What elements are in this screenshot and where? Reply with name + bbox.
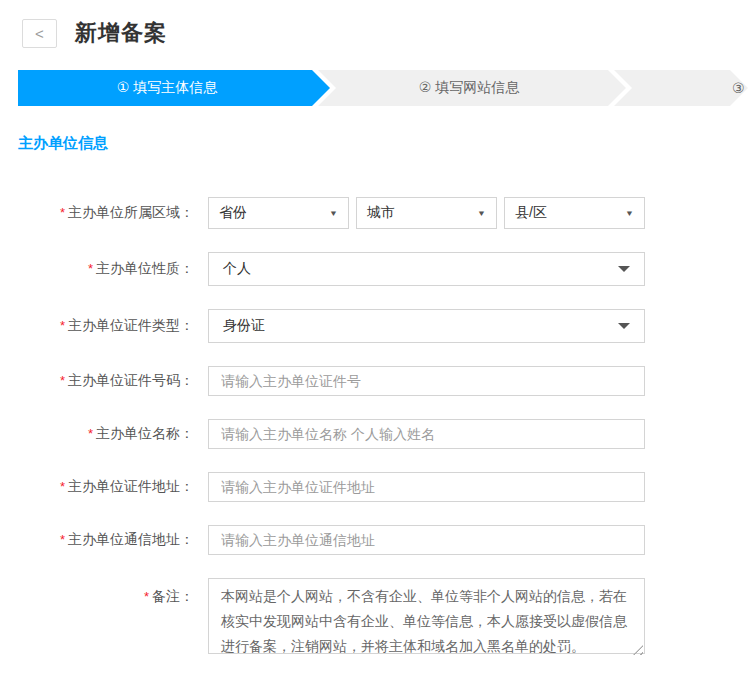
organizer-nature-value: 个人 bbox=[223, 260, 251, 278]
organizer-nature-select[interactable]: 个人 bbox=[208, 252, 645, 286]
step-2-label: ② 填写网站信息 bbox=[419, 79, 519, 97]
form-row-region: *主办单位所属区域： 省份 ▼ 城市 ▼ 县/区 ▼ bbox=[0, 197, 748, 229]
organizer-info-form: *主办单位所属区域： 省份 ▼ 城市 ▼ 县/区 ▼ *主办单位性质： 个人 bbox=[0, 197, 748, 658]
step-progress-bar: ① 填写主体信息 ② 填写网站信息 ③ bbox=[18, 70, 748, 106]
required-asterisk: * bbox=[88, 426, 93, 441]
step-3-partial: ③ bbox=[614, 70, 748, 106]
organizer-name-input[interactable] bbox=[208, 419, 645, 449]
required-asterisk: * bbox=[60, 318, 65, 333]
caret-down-icon bbox=[618, 323, 630, 329]
caret-down-icon bbox=[618, 266, 630, 272]
comm-address-input[interactable] bbox=[208, 525, 645, 555]
form-row-remarks: *备注： 本网站是个人网站，不含有企业、单位等非个人网站的信息，若在核实中发现网… bbox=[0, 578, 748, 658]
cert-address-label: *主办单位证件地址： bbox=[0, 478, 208, 496]
required-asterisk: * bbox=[88, 261, 93, 276]
required-asterisk: * bbox=[60, 532, 65, 547]
organizer-nature-label: *主办单位性质： bbox=[0, 260, 208, 278]
back-button[interactable]: < bbox=[22, 19, 57, 48]
district-select[interactable]: 县/区 ▼ bbox=[504, 197, 645, 229]
form-row-comm-address: *主办单位通信地址： bbox=[0, 525, 748, 555]
section-title-organizer-info: 主办单位信息 bbox=[18, 134, 748, 153]
step-1-label: ① 填写主体信息 bbox=[117, 79, 217, 97]
region-label: *主办单位所属区域： bbox=[0, 204, 208, 222]
form-row-cert-type: *主办单位证件类型： 身份证 bbox=[0, 309, 748, 343]
region-selects: 省份 ▼ 城市 ▼ 县/区 ▼ bbox=[208, 197, 645, 229]
city-select-value: 城市 bbox=[367, 204, 395, 222]
cert-address-input[interactable] bbox=[208, 472, 645, 502]
comm-address-label: *主办单位通信地址： bbox=[0, 531, 208, 549]
form-row-organizer-nature: *主办单位性质： 个人 bbox=[0, 252, 748, 286]
province-select[interactable]: 省份 ▼ bbox=[208, 197, 349, 229]
cert-type-label: *主办单位证件类型： bbox=[0, 317, 208, 335]
remarks-label: *备注： bbox=[0, 578, 208, 606]
step-2-fill-website-info: ② 填写网站信息 bbox=[318, 70, 626, 106]
required-asterisk: * bbox=[60, 373, 65, 388]
step-3-label: ③ bbox=[732, 80, 745, 96]
dropdown-arrow-icon: ▼ bbox=[625, 209, 634, 218]
city-select[interactable]: 城市 ▼ bbox=[356, 197, 497, 229]
required-asterisk: * bbox=[144, 589, 149, 604]
form-row-cert-address: *主办单位证件地址： bbox=[0, 472, 748, 502]
required-asterisk: * bbox=[60, 205, 65, 220]
dropdown-arrow-icon: ▼ bbox=[329, 209, 338, 218]
required-asterisk: * bbox=[60, 479, 65, 494]
cert-type-select[interactable]: 身份证 bbox=[208, 309, 645, 343]
form-row-organizer-name: *主办单位名称： bbox=[0, 419, 748, 449]
cert-number-input[interactable] bbox=[208, 366, 645, 396]
dropdown-arrow-icon: ▼ bbox=[477, 209, 486, 218]
form-row-cert-number: *主办单位证件号码： bbox=[0, 366, 748, 396]
page-header: < 新增备案 bbox=[0, 0, 748, 48]
remarks-textarea[interactable]: 本网站是个人网站，不含有企业、单位等非个人网站的信息，若在核实中发现网站中含有企… bbox=[208, 578, 645, 654]
cert-type-value: 身份证 bbox=[223, 317, 265, 335]
organizer-name-label: *主办单位名称： bbox=[0, 425, 208, 443]
page-title: 新增备案 bbox=[75, 18, 167, 48]
district-select-value: 县/区 bbox=[515, 204, 547, 222]
cert-number-label: *主办单位证件号码： bbox=[0, 372, 208, 390]
chevron-left-icon: < bbox=[35, 25, 44, 42]
province-select-value: 省份 bbox=[219, 204, 247, 222]
step-1-fill-subject-info: ① 填写主体信息 bbox=[18, 70, 330, 106]
